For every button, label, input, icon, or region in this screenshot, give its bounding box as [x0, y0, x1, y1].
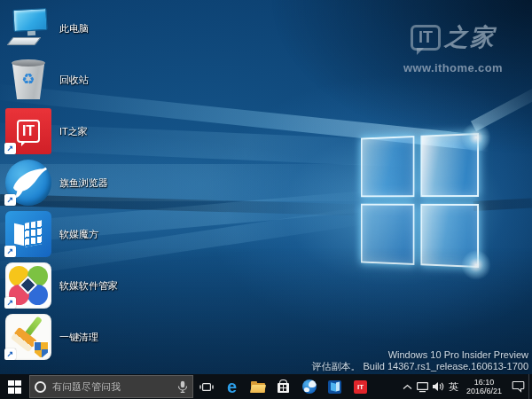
icon-label: 软媒软件管家 [59, 279, 118, 293]
icon-label: 软媒魔方 [59, 228, 98, 241]
build-line1: Windows 10 Pro Insider Preview [311, 349, 528, 361]
icon-label: 此电脑 [59, 22, 89, 35]
ithome-app-icon: IT [4, 108, 53, 154]
ithome-site-url: www.ithome.com [403, 61, 503, 74]
ithome-logo-icon: IT [411, 25, 441, 51]
icon-label: 一键清理 [59, 331, 98, 344]
windows-store-button[interactable] [270, 374, 296, 399]
ithome-taskbar-button[interactable]: IT [348, 374, 373, 399]
desktop-icon-recycle-bin[interactable]: 回收站 [4, 57, 118, 103]
search-input[interactable] [46, 381, 177, 392]
tray-date: 2016/6/21 [466, 387, 502, 396]
software-manager-icon [4, 262, 53, 309]
mofang-taskbar-button[interactable] [322, 374, 348, 399]
windows-desktop: IT 之家 www.ithome.com Windows 10 Pro Insi… [0, 0, 532, 399]
system-tray: 英 16:10 2016/6/21 [401, 374, 532, 399]
ithome-watermark: IT 之家 www.ithome.com [403, 21, 503, 74]
microphone-icon[interactable] [177, 380, 188, 394]
network-status-icon[interactable] [414, 374, 430, 399]
store-bag-icon [278, 383, 289, 393]
edge-browser-button[interactable]: e [219, 374, 245, 399]
clock[interactable]: 16:10 2016/6/21 [461, 374, 507, 399]
ithome-it-glyph: IT [17, 120, 40, 142]
icon-label: 旗鱼浏览器 [59, 176, 108, 190]
start-button[interactable] [0, 374, 29, 399]
globe-icon [302, 379, 317, 394]
build-line2: 评估副本。 Build 14367.rs1_release.160613-170… [311, 361, 528, 372]
input-language-indicator[interactable]: 英 [446, 374, 461, 399]
desktop-icon-one-key-clean[interactable]: 一键清理 [4, 314, 118, 360]
task-view-button[interactable] [193, 374, 219, 399]
volume-icon[interactable] [430, 374, 446, 399]
shortcut-arrow-icon [4, 348, 16, 360]
show-desktop-button[interactable] [528, 374, 532, 399]
ithome-icon: IT [354, 380, 367, 394]
edge-icon: e [227, 378, 237, 395]
this-pc-icon [4, 5, 53, 51]
action-center-button[interactable] [507, 374, 528, 399]
globe-browser-button[interactable] [296, 374, 322, 399]
desktop-icon-software-manager[interactable]: 软媒软件管家 [4, 262, 118, 309]
desktop-icon-ithome[interactable]: IT IT之家 [4, 108, 118, 154]
desktop-icon-mofang[interactable]: 软媒魔方 [4, 211, 118, 257]
cortana-search-box[interactable] [29, 375, 193, 398]
insider-build-watermark: Windows 10 Pro Insider Preview 评估副本。 Bui… [311, 349, 528, 372]
windows-logo-icon [8, 380, 21, 394]
shortcut-arrow-icon [4, 246, 16, 257]
shortcut-arrow-icon [4, 194, 16, 206]
mofang-cube-icon [4, 211, 53, 257]
desktop-icon-this-pc[interactable]: 此电脑 [4, 5, 118, 51]
tray-time: 16:10 [466, 378, 502, 387]
shortcut-arrow-icon [4, 143, 16, 154]
mofang-cube-icon [328, 380, 341, 394]
icon-label: 回收站 [59, 74, 89, 87]
sailfish-browser-icon [4, 160, 53, 206]
taskbar: e IT [0, 374, 532, 399]
recycle-bin-icon [4, 57, 53, 103]
desktop-icon-sailfish-browser[interactable]: 旗鱼浏览器 [4, 160, 118, 206]
ithome-logo-script: 之家 [444, 21, 496, 53]
cortana-icon [35, 381, 46, 393]
icon-label: IT之家 [59, 125, 88, 138]
show-hidden-icons-button[interactable] [401, 374, 414, 399]
folder-icon [251, 381, 265, 393]
shortcut-arrow-icon [4, 297, 16, 309]
desktop-icon-list: 此电脑 回收站 IT IT之家 [4, 5, 118, 365]
file-explorer-button[interactable] [245, 374, 270, 399]
cleaner-broom-icon [4, 314, 53, 360]
